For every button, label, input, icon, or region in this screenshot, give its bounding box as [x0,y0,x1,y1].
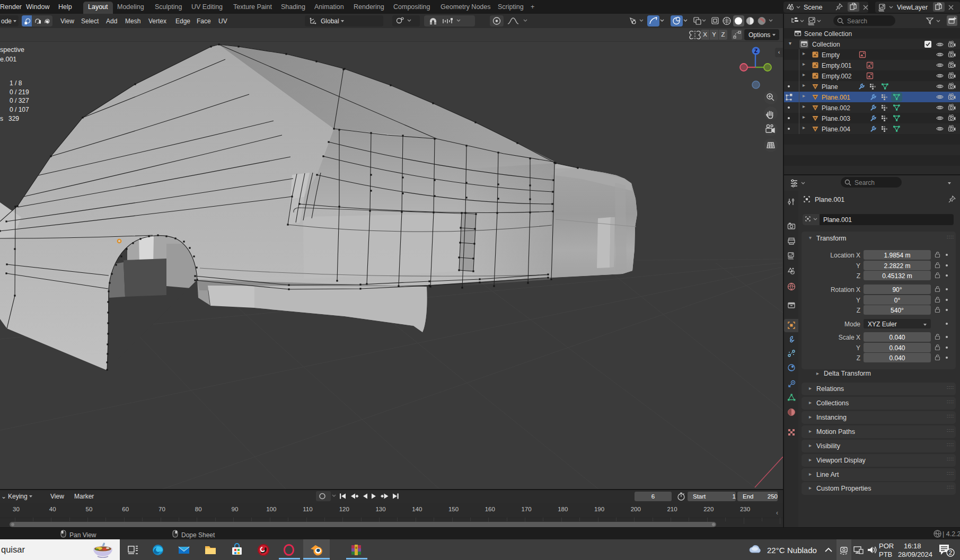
svg-text:Z: Z [754,48,758,54]
svg-text:2: 2 [949,549,952,556]
